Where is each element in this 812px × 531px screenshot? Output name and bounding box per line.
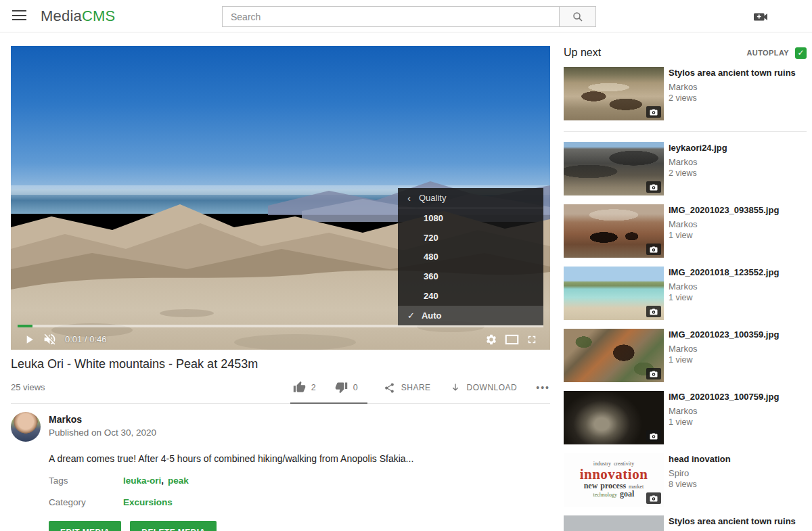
like-button[interactable]: 2: [293, 381, 316, 394]
autoplay-label: AUTOPLAY: [747, 49, 790, 57]
search-button[interactable]: [559, 6, 596, 27]
camera-icon: [650, 308, 658, 315]
camera-icon: [650, 433, 658, 440]
thumbnail-rocky-cliff[interactable]: [564, 329, 664, 382]
up-next-heading: Up next: [564, 47, 601, 59]
thumbnail-leykaori24[interactable]: [564, 142, 664, 195]
quality-option-360[interactable]: 360: [398, 267, 543, 286]
search-icon: [572, 11, 584, 23]
logo-cms: CMS: [82, 7, 116, 24]
photo-type-badge: [646, 430, 661, 442]
quality-option-1080[interactable]: 1080: [398, 208, 543, 228]
share-icon: [384, 382, 395, 394]
user-avatar[interactable]: [784, 5, 805, 26]
check-icon: ✓: [797, 48, 804, 57]
edit-media-button[interactable]: EDIT MEDIA: [49, 521, 121, 531]
camera-icon: [650, 495, 658, 502]
download-icon: [450, 382, 461, 394]
photo-type-badge: [646, 492, 661, 504]
up-next-sidebar: Up next AUTOPLAY ✓ Stylos area ancient t…: [564, 45, 807, 531]
list-item[interactable]: Stylos area ancient town ruins Markos 2 …: [564, 67, 807, 132]
mute-button[interactable]: [39, 332, 60, 347]
thumbnail-dark-cave[interactable]: [564, 391, 664, 444]
camera-icon: [650, 371, 658, 377]
logo-media: Media: [41, 7, 82, 24]
theater-mode-icon: [505, 334, 519, 345]
page-title: Leuka Ori - White mountains - Peak at 24…: [11, 357, 550, 371]
thumbs-up-icon: [293, 381, 306, 394]
time-display: 0:01 / 0:46: [65, 334, 106, 344]
tag-separator: ,: [161, 476, 164, 486]
description: A dream comes true! After 4-5 hours of c…: [49, 453, 522, 464]
quality-option-240[interactable]: 240: [398, 286, 543, 306]
delete-media-button[interactable]: DELETE MEDIA: [130, 521, 217, 531]
quality-menu-back[interactable]: ‹ Quality: [398, 188, 543, 208]
quality-menu-title: Quality: [419, 193, 446, 203]
title-section: Leuka Ori - White mountains - Peak at 24…: [11, 356, 550, 404]
media-actions: 2 0 SHARE DOWNLOAD •••: [290, 381, 550, 403]
list-item[interactable]: industrycreativity innovation newprocess…: [564, 453, 807, 507]
rate-group: 2 0: [290, 381, 367, 404]
list-item[interactable]: IMG_20201023_100759.jpg Markos 1 view: [564, 391, 807, 444]
dislike-button[interactable]: 0: [335, 381, 358, 394]
download-button[interactable]: DOWNLOAD: [450, 382, 518, 402]
quality-option-480[interactable]: 480: [398, 248, 543, 267]
fullscreen-button[interactable]: [522, 332, 542, 347]
camera-icon: [650, 246, 658, 253]
photo-type-badge: [646, 244, 661, 255]
thumbs-down-icon: [335, 381, 348, 394]
list-item[interactable]: leykaori24.jpg Markos 2 views: [564, 142, 807, 195]
quality-menu: ‹ Quality 1080 720 480 360 240 ✓ Auto: [398, 188, 543, 325]
category-row: Category Excursions: [49, 497, 550, 507]
photo-type-badge: [646, 106, 661, 118]
quality-option-720[interactable]: 720: [398, 228, 543, 248]
camera-icon: [650, 109, 658, 116]
views-count: 25 views: [11, 382, 45, 403]
category-label: Category: [49, 497, 123, 507]
photo-type-badge: [646, 368, 661, 379]
thumbnail-innovation-wordcloud[interactable]: industrycreativity innovation newprocess…: [564, 453, 664, 507]
author-avatar[interactable]: [11, 412, 41, 442]
tag-link-peak[interactable]: peak: [168, 476, 189, 486]
tags-row: Tags leuka-ori, peak: [49, 476, 550, 486]
thumbnail-stylos-ruins[interactable]: [564, 67, 664, 120]
author-name[interactable]: Markos: [49, 414, 156, 425]
dislike-count: 0: [353, 383, 358, 392]
chevron-left-icon: ‹: [407, 192, 411, 204]
media-info: Markos Published on Oct 30, 2020 A dream…: [11, 412, 550, 531]
list-item[interactable]: Stylos area ancient town ruins: [564, 515, 807, 531]
photo-type-badge: [646, 181, 661, 193]
tag-link-leuka-ori[interactable]: leuka-ori: [123, 476, 161, 486]
menu-icon[interactable]: [12, 10, 26, 22]
search-form: [222, 6, 596, 27]
search-input[interactable]: [222, 6, 559, 27]
volume-muted-icon: [43, 332, 57, 346]
camera-icon: [650, 184, 658, 191]
check-icon: ✓: [407, 310, 415, 321]
top-bar: MediaCMS: [0, 0, 812, 32]
list-item[interactable]: IMG_20201023_093855.jpg Markos 1 view: [564, 204, 807, 258]
upload-video-icon[interactable]: [753, 9, 769, 23]
logo[interactable]: MediaCMS: [41, 7, 115, 25]
list-item[interactable]: IMG_20201023_100359.jpg Markos 1 view: [564, 329, 807, 382]
thumbnail-beach-lagoon[interactable]: [564, 267, 664, 320]
quality-option-auto[interactable]: ✓ Auto: [398, 306, 543, 325]
list-item[interactable]: IMG_20201018_123552.jpg Markos 1 view: [564, 267, 807, 320]
theater-mode-button[interactable]: [501, 332, 522, 347]
thumbnail-gray-mountains[interactable]: [564, 515, 664, 531]
published-date: Published on Oct 30, 2020: [49, 428, 156, 438]
settings-button[interactable]: [481, 332, 501, 347]
play-button[interactable]: [19, 332, 39, 347]
category-link[interactable]: Excursions: [123, 497, 173, 507]
photo-type-badge: [646, 306, 661, 317]
video-player[interactable]: ‹ Quality 1080 720 480 360 240 ✓ Auto 0:…: [11, 46, 550, 350]
more-options-icon[interactable]: •••: [536, 382, 550, 402]
thumbnail-cave-house[interactable]: [564, 204, 664, 258]
like-count: 2: [311, 383, 316, 392]
autoplay-checkbox[interactable]: ✓: [795, 47, 807, 59]
download-label: DOWNLOAD: [467, 383, 518, 392]
fullscreen-icon: [526, 333, 538, 346]
settings-gear-icon: [485, 333, 497, 346]
play-icon: [22, 333, 36, 346]
share-button[interactable]: SHARE: [384, 382, 431, 402]
